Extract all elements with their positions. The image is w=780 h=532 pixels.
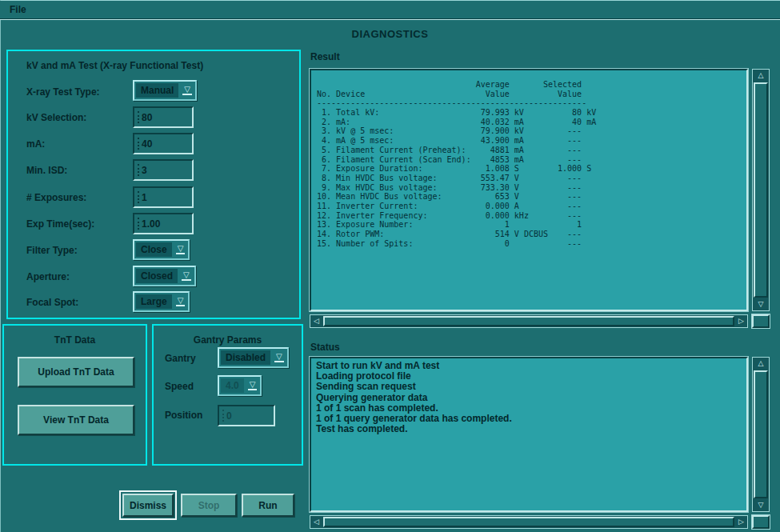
exp-time-label: Exp Time(sec):	[26, 218, 94, 230]
gantry-dropdown[interactable]: Disabled ▽	[218, 347, 289, 368]
result-scrollbar-corner	[752, 314, 770, 328]
chevron-down-icon: ▽	[182, 86, 192, 95]
upload-tnt-data-button[interactable]: Upload TnT Data	[18, 357, 134, 387]
status-line: Test has completed.	[316, 424, 742, 434]
window-left-edge	[0, 0, 1, 532]
exposures-label: # Exposures:	[26, 192, 86, 203]
aperture-value: Closed	[136, 269, 178, 283]
result-line: 9. Max HVDC Bus voltage: 733.30 V ---	[317, 183, 743, 193]
aperture-dropdown[interactable]: Closed ▽	[133, 266, 196, 286]
text-cursor	[138, 191, 139, 203]
result-line: 6. Filament Current (Scan End): 4853 mA …	[317, 155, 743, 165]
result-line: 14. Rotor PWM: 514 V DCBUS ---	[317, 230, 743, 239]
result-line: 3. kV @ 5 msec: 79.900 kV ---	[317, 126, 743, 136]
result-display: Average SelectedNo. Device Value Value--…	[310, 69, 748, 311]
tnt-panel-title: TnT Data	[4, 334, 146, 346]
scroll-left-icon[interactable]: ◁	[310, 516, 322, 528]
menu-file[interactable]: File	[0, 1, 36, 18]
result-line: ----------------------------------------…	[317, 98, 743, 108]
result-table: Average SelectedNo. Device Value Value--…	[311, 70, 746, 248]
gantry-params-panel: Gantry Params Gantry Disabled ▽ Speed 4.…	[152, 324, 303, 466]
status-label: Status	[310, 342, 340, 353]
result-line: 7. Exposure Duration: 1.008 S 1.000 S	[317, 164, 743, 174]
scroll-right-icon[interactable]: ▷	[735, 315, 747, 327]
result-line: 5. Filament Current (Preheat): 4881 mA -…	[317, 146, 743, 155]
speed-value: 4.0	[221, 378, 244, 393]
tnt-data-panel: TnT Data Upload TnT Data View TnT Data	[2, 324, 147, 466]
xray-panel-title: kV and mA Test (X-ray Functional Test)	[26, 60, 203, 71]
text-cursor	[138, 218, 139, 230]
result-line: 4. mA @ 5 msec: 43.900 mA ---	[317, 136, 743, 146]
exposures-value: 1	[142, 192, 147, 203]
kv-selection-input[interactable]: 80	[133, 106, 194, 128]
result-line: Average Selected	[317, 80, 743, 90]
xray-test-type-label: X-ray Test Type:	[26, 86, 100, 98]
result-vscroll-thumb[interactable]	[754, 82, 768, 298]
kv-selection-label: kV Selection:	[26, 112, 86, 123]
result-line: 12. Inverter Frequency: 0.000 kHz ---	[317, 211, 743, 221]
status-horizontal-scrollbar[interactable]: ◁ ▷	[310, 515, 748, 529]
focal-spot-value: Large	[136, 294, 172, 309]
scroll-up-icon[interactable]: △	[753, 358, 769, 370]
dismiss-default-ring: Dismiss	[119, 490, 177, 520]
aperture-label: Aperture:	[26, 271, 70, 282]
text-cursor	[222, 410, 224, 422]
exp-time-value: 1.00	[142, 218, 160, 230]
ma-label: mA:	[26, 138, 45, 150]
scroll-down-icon[interactable]: ▽	[753, 298, 769, 310]
kv-selection-value: 80	[142, 112, 152, 123]
result-line: 8. Min HVDC Bus voltage: 553.47 V ---	[317, 174, 743, 183]
status-scrollbar-corner	[752, 515, 770, 529]
status-vscroll-thumb[interactable]	[754, 370, 768, 498]
scroll-left-icon[interactable]: ◁	[310, 315, 322, 327]
scroll-down-icon[interactable]: ▽	[753, 499, 769, 511]
xray-test-type-dropdown[interactable]: Manual ▽	[133, 80, 197, 101]
speed-dropdown[interactable]: 4.0 ▽	[218, 375, 262, 396]
view-tnt-data-button[interactable]: View TnT Data	[18, 405, 134, 435]
result-line: 15. Number of Spits: 0 ---	[317, 239, 743, 249]
gantry-panel-title: Gantry Params	[154, 334, 302, 346]
status-hscroll-thumb[interactable]	[323, 517, 734, 527]
result-horizontal-scrollbar[interactable]: ◁ ▷	[310, 314, 748, 328]
gantry-label: Gantry	[165, 353, 196, 364]
diagnostics-window: File DIAGNOSTICS kV and mA Test (X-ray F…	[0, 0, 780, 532]
ma-input[interactable]: 40	[133, 133, 194, 154]
min-isd-input[interactable]: 3	[133, 159, 194, 181]
status-line: Sending scan request	[316, 382, 742, 392]
scroll-up-icon[interactable]: △	[753, 70, 769, 82]
page-title: DIAGNOSTICS	[0, 28, 780, 40]
min-isd-label: Min. ISD:	[26, 165, 67, 176]
chevron-down-icon: ▽	[248, 381, 258, 390]
result-line: No. Device Value Value	[317, 90, 743, 99]
result-line: 11. Inverter Current: 0.000 A ---	[317, 202, 743, 211]
xray-test-panel: kV and mA Test (X-ray Functional Test) X…	[6, 50, 301, 319]
chevron-down-icon: ▽	[176, 245, 186, 254]
text-cursor	[138, 138, 139, 150]
result-vertical-scrollbar[interactable]: △ ▽	[752, 69, 770, 311]
text-cursor	[138, 111, 139, 123]
exposures-input[interactable]: 1	[133, 186, 194, 208]
filter-type-value: Close	[136, 242, 172, 257]
status-log: Start to run kV and mA testLoading proto…	[311, 358, 746, 437]
result-line: 2. mA: 40.032 mA 40 mA	[317, 118, 743, 127]
result-hscroll-thumb[interactable]	[323, 316, 734, 326]
dismiss-button[interactable]: Dismiss	[122, 494, 174, 517]
scroll-right-icon[interactable]: ▷	[735, 516, 747, 528]
filter-type-dropdown[interactable]: Close ▽	[133, 239, 190, 260]
chevron-down-icon: ▽	[182, 271, 191, 281]
exp-time-input[interactable]: 1.00	[133, 213, 194, 234]
status-line: Querying generator data	[316, 393, 742, 403]
stop-button[interactable]: Stop	[181, 494, 237, 517]
focal-spot-label: Focal Spot:	[26, 297, 78, 308]
position-input[interactable]: 0	[218, 405, 275, 426]
xray-test-type-value: Manual	[136, 83, 178, 98]
min-isd-value: 3	[142, 165, 147, 176]
status-vertical-scrollbar[interactable]: △ ▽	[752, 357, 770, 512]
focal-spot-dropdown[interactable]: Large ▽	[133, 291, 190, 312]
run-button[interactable]: Run	[242, 494, 294, 517]
text-cursor	[138, 164, 139, 176]
menu-bar: File	[0, 1, 780, 18]
status-display: Start to run kV and mA testLoading proto…	[310, 357, 748, 512]
ma-value: 40	[142, 138, 152, 150]
position-label: Position	[165, 410, 202, 421]
